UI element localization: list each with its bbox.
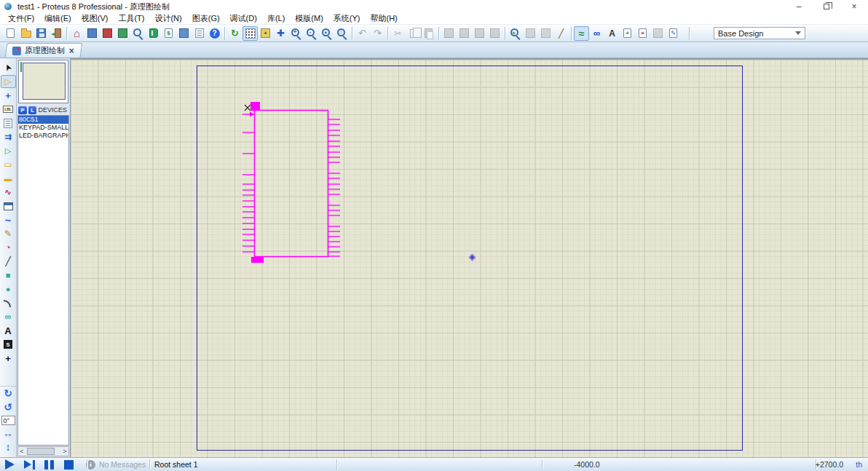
pick-parts-icon[interactable]: ▸ <box>508 26 523 41</box>
overview-sheet <box>23 63 66 100</box>
edit-notes-icon[interactable]: ✎ <box>666 26 681 41</box>
wire-autorouter-icon[interactable]: ≈ <box>574 26 589 41</box>
junction-dot-icon[interactable]: + <box>1 89 16 102</box>
menu-item-debug[interactable]: 调试(D) <box>225 13 262 24</box>
overview-panel[interactable] <box>18 60 68 103</box>
zoom-area-icon[interactable]: □ <box>334 26 350 41</box>
2d-box-icon[interactable]: ■ <box>1 269 16 282</box>
scrollbar-thumb[interactable] <box>27 448 55 455</box>
device-item-keypad-smallcalc[interactable]: KEYPAD-SMALLCA <box>18 124 68 132</box>
selection-mode-icon[interactable]: ➤ <box>1 61 16 74</box>
design-explorer-icon[interactable] <box>146 26 161 41</box>
schematic-canvas[interactable] <box>71 58 868 457</box>
scroll-left-icon[interactable]: < <box>18 447 25 456</box>
statusbar-separator <box>149 459 150 470</box>
close-project-icon[interactable] <box>49 26 64 41</box>
close-button[interactable]: × <box>840 0 868 13</box>
property-assignment-icon[interactable]: A <box>604 26 620 41</box>
step-button[interactable] <box>20 459 39 471</box>
home-page-icon[interactable]: ⌂ <box>69 26 84 41</box>
menu-item-edit[interactable]: 编辑(E) <box>39 13 76 24</box>
active-popup-icon[interactable] <box>1 199 16 213</box>
device-list: 80C51KEYPAD-SMALLCALED-BARGRAPH-G <box>17 115 69 446</box>
minimize-button[interactable]: – <box>785 0 813 13</box>
new-project-icon[interactable] <box>3 26 18 41</box>
voltage-probe-icon[interactable]: ✎ <box>1 227 16 240</box>
mirror-vertical-icon[interactable]: ↕ <box>1 440 16 454</box>
design-selector[interactable]: Base Design <box>714 27 805 39</box>
restore-button[interactable] <box>813 0 840 13</box>
buses-icon[interactable]: ⇉ <box>1 130 16 143</box>
redo-icon: ↷ <box>370 26 385 41</box>
menu-item-view[interactable]: 视图(V) <box>76 13 114 24</box>
stop-button[interactable] <box>59 459 79 471</box>
2d-circle-icon[interactable]: ● <box>1 282 16 296</box>
origin-icon[interactable]: + <box>258 26 273 41</box>
device-list-hscrollbar[interactable]: < > <box>17 446 69 456</box>
pick-devices-button[interactable]: P <box>18 106 27 114</box>
device-item-led-bargraph[interactable]: LED-BARGRAPH-G <box>18 132 68 140</box>
zoom-all-icon[interactable]: ■ <box>319 26 334 41</box>
open-project-icon[interactable] <box>18 26 33 41</box>
save-project-icon[interactable] <box>33 26 49 41</box>
menu-item-design[interactable]: 设计(N) <box>149 13 186 24</box>
wire-label-icon[interactable]: LBL <box>1 103 16 116</box>
2d-line-icon[interactable]: ╱ <box>1 255 16 268</box>
text-script-icon[interactable] <box>1 116 16 130</box>
help-icon[interactable]: ? <box>207 26 222 41</box>
scrollbar-track[interactable] <box>25 447 61 456</box>
toolbar-separator <box>387 27 388 40</box>
zoom-out-icon[interactable]: - <box>304 26 319 41</box>
device-item-80c51[interactable]: 80C51 <box>18 116 68 124</box>
2d-text-icon[interactable]: A <box>1 324 16 337</box>
play-button[interactable] <box>0 459 20 471</box>
menu-item-tools[interactable]: 工具(T) <box>113 13 149 24</box>
rotation-angle-field[interactable]: 0° <box>1 416 15 425</box>
cursor-y-coordinate: +2700.0 <box>816 460 843 469</box>
library-manager-button[interactable]: L <box>28 106 37 114</box>
zoom-in-icon[interactable]: + <box>288 26 304 41</box>
electrical-rule-check-icon[interactable] <box>176 26 192 41</box>
device-pin-icon[interactable]: ▬ <box>1 172 16 185</box>
2d-symbol-icon[interactable]: S <box>1 338 16 351</box>
tab-schematic-capture[interactable]: 原理图绘制 × <box>5 43 83 58</box>
pause-button[interactable] <box>39 459 59 471</box>
terminal-mode-icon[interactable]: ▭ <box>1 158 16 171</box>
redraw-icon[interactable]: ↻ <box>227 26 242 41</box>
decompose-icon[interactable]: ╱ <box>553 26 569 41</box>
grid-toggle-icon[interactable] <box>242 26 258 41</box>
2d-arc-icon[interactable] <box>1 296 16 309</box>
bill-of-materials-icon[interactable]: $ <box>161 26 176 41</box>
menu-item-file[interactable]: 文件(F) <box>3 13 39 24</box>
menu-item-help[interactable]: 帮助(H) <box>366 13 403 24</box>
menu-item-graph[interactable]: 图表(G) <box>187 13 225 24</box>
remove-sheet-icon[interactable]: × <box>635 26 650 41</box>
menu-item-template[interactable]: 模版(M) <box>290 13 328 24</box>
chip-pins <box>242 114 340 256</box>
graph-mode-icon[interactable]: ∿ <box>1 186 16 199</box>
menu-item-library[interactable]: 库(L) <box>262 13 290 24</box>
chip-80c51[interactable] <box>240 101 342 270</box>
mirror-horizontal-icon[interactable]: ↔ <box>1 427 16 440</box>
project-notes-icon[interactable] <box>192 26 207 41</box>
rotate-cw-icon[interactable]: ↻ <box>1 387 16 400</box>
2d-marker-icon[interactable]: + <box>1 352 16 365</box>
current-probe-icon[interactable]: ◔ <box>1 241 16 254</box>
cursor-x-coordinate: -4000.0 <box>574 460 600 469</box>
tab-close-icon[interactable]: × <box>68 47 75 55</box>
pan-icon[interactable]: ✚ <box>273 26 288 41</box>
2d-path-icon[interactable]: ∞ <box>1 310 16 323</box>
generator-mode-icon[interactable]: ~ <box>1 213 16 226</box>
pcb-layout-icon[interactable] <box>100 26 115 41</box>
3d-visualizer-icon[interactable] <box>115 26 130 41</box>
new-sheet-icon[interactable]: + <box>620 26 635 41</box>
subcircuit-icon[interactable]: ▷ <box>1 144 16 157</box>
window-title: test1 - Proteus 8 Professional - 原理图绘制 <box>17 1 170 12</box>
menu-item-system[interactable]: 系统(Y) <box>328 13 366 24</box>
scroll-right-icon[interactable]: > <box>61 447 68 456</box>
component-mode-icon[interactable]: ▷ <box>1 75 16 88</box>
gerber-viewer-icon[interactable] <box>130 26 146 41</box>
rotate-ccw-icon[interactable]: ↺ <box>1 400 16 413</box>
search-tag-icon[interactable]: ∞ <box>589 26 604 41</box>
schematic-capture-icon[interactable] <box>84 26 100 41</box>
